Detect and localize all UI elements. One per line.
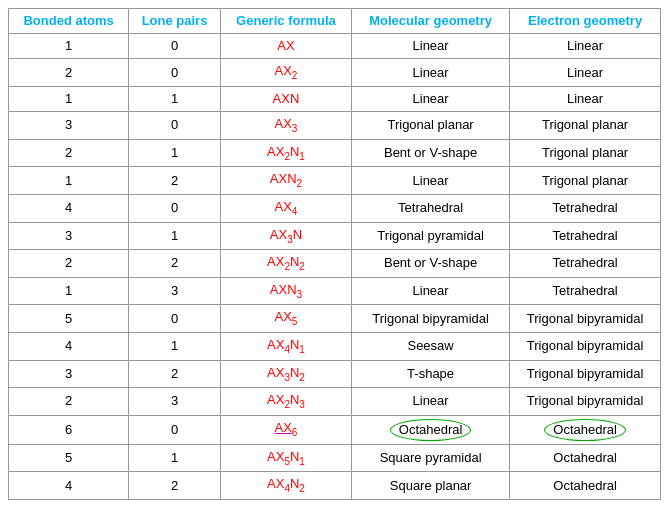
molecular-geometry-cell: Trigonal pyramidal (352, 222, 510, 250)
header-bonded: Bonded atoms (9, 9, 129, 34)
molecular-geometry-cell: Seesaw (352, 332, 510, 360)
bonded-atoms-cell: 1 (9, 167, 129, 195)
formula-cell: AX5N1 (220, 444, 351, 472)
lone-pairs-cell: 2 (129, 167, 221, 195)
bonded-atoms-cell: 3 (9, 112, 129, 140)
table-row: 13AXN3LinearTetrahedral (9, 277, 661, 305)
bonded-atoms-cell: 4 (9, 194, 129, 222)
lone-pairs-cell: 0 (129, 305, 221, 333)
molecular-geometry-cell: Trigonal planar (352, 112, 510, 140)
table-row: 20AX2LinearLinear (9, 59, 661, 87)
formula-cell: AXN3 (220, 277, 351, 305)
lone-pairs-cell: 1 (129, 222, 221, 250)
molecular-geometry-cell: Linear (352, 388, 510, 416)
bonded-atoms-cell: 2 (9, 59, 129, 87)
lone-pairs-cell: 1 (129, 139, 221, 167)
formula-cell: AX2 (220, 59, 351, 87)
formula-cell: AX6 (220, 415, 351, 444)
table-row: 40AX4TetrahedralTetrahedral (9, 194, 661, 222)
molecular-geometry-cell: Octahedral (352, 415, 510, 444)
header-electron: Electron geometry (510, 9, 661, 34)
formula-cell: AX3N2 (220, 360, 351, 388)
table-row: 12AXN2LinearTrigonal planar (9, 167, 661, 195)
electron-geometry-cell: Tetrahedral (510, 250, 661, 278)
molecular-geometry-cell: Square pyramidal (352, 444, 510, 472)
electron-geometry-cell: Linear (510, 86, 661, 111)
lone-pairs-cell: 1 (129, 86, 221, 111)
bonded-atoms-cell: 3 (9, 360, 129, 388)
lone-pairs-cell: 2 (129, 360, 221, 388)
lone-pairs-cell: 0 (129, 34, 221, 59)
formula-cell: AX2N1 (220, 139, 351, 167)
bonded-atoms-cell: 6 (9, 415, 129, 444)
electron-geometry-cell: Linear (510, 34, 661, 59)
bonded-atoms-cell: 1 (9, 86, 129, 111)
table-row: 50AX5Trigonal bipyramidalTrigonal bipyra… (9, 305, 661, 333)
table-row: 51AX5N1Square pyramidalOctahedral (9, 444, 661, 472)
lone-pairs-cell: 1 (129, 332, 221, 360)
molecular-geometry-cell: Square planar (352, 472, 510, 500)
electron-geometry-cell: Trigonal bipyramidal (510, 388, 661, 416)
bonded-atoms-cell: 2 (9, 139, 129, 167)
molecular-geometry-cell: Linear (352, 59, 510, 87)
table-row: 60AX6OctahedralOctahedral (9, 415, 661, 444)
bonded-atoms-cell: 4 (9, 332, 129, 360)
electron-geometry-cell: Linear (510, 59, 661, 87)
bonded-atoms-cell: 5 (9, 444, 129, 472)
lone-pairs-cell: 0 (129, 194, 221, 222)
molecular-geometry-cell: Bent or V-shape (352, 139, 510, 167)
molecular-geometry-cell: Tetrahedral (352, 194, 510, 222)
bonded-atoms-cell: 2 (9, 250, 129, 278)
header-formula: Generic formula (220, 9, 351, 34)
bonded-atoms-cell: 1 (9, 34, 129, 59)
lone-pairs-cell: 0 (129, 415, 221, 444)
header-lone: Lone pairs (129, 9, 221, 34)
table-row: 32AX3N2T-shapeTrigonal bipyramidal (9, 360, 661, 388)
molecular-geometry-cell: Trigonal bipyramidal (352, 305, 510, 333)
electron-geometry-cell: Tetrahedral (510, 194, 661, 222)
lone-pairs-cell: 1 (129, 444, 221, 472)
table-row: 11AXNLinearLinear (9, 86, 661, 111)
formula-cell: AX3N (220, 222, 351, 250)
table-row: 21AX2N1Bent or V-shapeTrigonal planar (9, 139, 661, 167)
formula-cell: AX4N1 (220, 332, 351, 360)
table-row: 31AX3NTrigonal pyramidalTetrahedral (9, 222, 661, 250)
formula-cell: AX (220, 34, 351, 59)
table-row: 42AX4N2Square planarOctahedral (9, 472, 661, 500)
electron-geometry-cell: Tetrahedral (510, 277, 661, 305)
electron-geometry-cell: Trigonal bipyramidal (510, 332, 661, 360)
lone-pairs-cell: 2 (129, 250, 221, 278)
formula-cell: AX4N2 (220, 472, 351, 500)
electron-geometry-cell: Octahedral (510, 415, 661, 444)
electron-geometry-cell: Trigonal planar (510, 112, 661, 140)
bonded-atoms-cell: 5 (9, 305, 129, 333)
electron-geometry-cell: Tetrahedral (510, 222, 661, 250)
lone-pairs-cell: 0 (129, 112, 221, 140)
electron-geometry-cell: Octahedral (510, 444, 661, 472)
bonded-atoms-cell: 3 (9, 222, 129, 250)
table-row: 10AXLinearLinear (9, 34, 661, 59)
bonded-atoms-cell: 4 (9, 472, 129, 500)
electron-geometry-cell: Octahedral (510, 472, 661, 500)
molecular-geometry-cell: Linear (352, 277, 510, 305)
molecular-geometry-cell: Linear (352, 34, 510, 59)
formula-cell: AX3 (220, 112, 351, 140)
molecular-geometry-cell: T-shape (352, 360, 510, 388)
formula-cell: AX4 (220, 194, 351, 222)
formula-cell: AX2N2 (220, 250, 351, 278)
formula-cell: AX5 (220, 305, 351, 333)
lone-pairs-cell: 0 (129, 59, 221, 87)
electron-geometry-cell: Trigonal planar (510, 139, 661, 167)
table-row: 41AX4N1SeesawTrigonal bipyramidal (9, 332, 661, 360)
molecular-geometry-cell: Bent or V-shape (352, 250, 510, 278)
bonded-atoms-cell: 2 (9, 388, 129, 416)
lone-pairs-cell: 3 (129, 277, 221, 305)
formula-cell: AXN (220, 86, 351, 111)
formula-cell: AXN2 (220, 167, 351, 195)
lone-pairs-cell: 3 (129, 388, 221, 416)
bonded-atoms-cell: 1 (9, 277, 129, 305)
electron-geometry-cell: Trigonal bipyramidal (510, 305, 661, 333)
lone-pairs-cell: 2 (129, 472, 221, 500)
table-row: 23AX2N3LinearTrigonal bipyramidal (9, 388, 661, 416)
molecular-geometry-cell: Linear (352, 167, 510, 195)
